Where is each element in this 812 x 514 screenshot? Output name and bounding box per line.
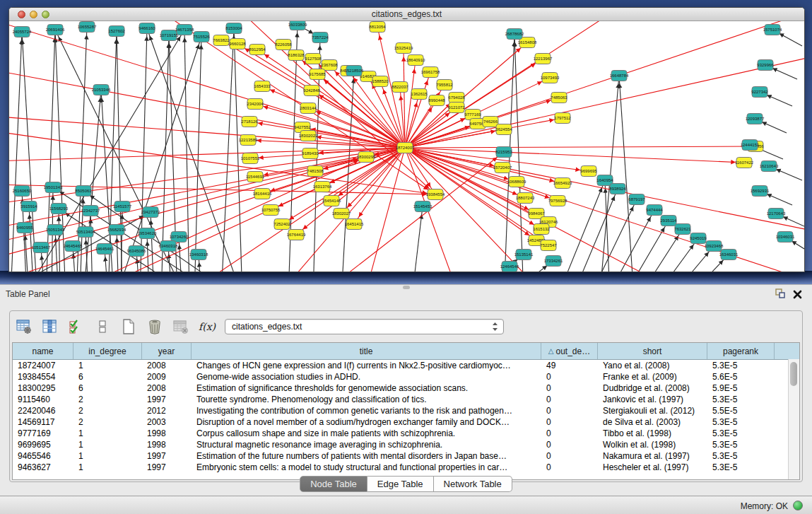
table-row[interactable]: 1456911722003Disruption of a novel membe… [13,416,799,428]
table-cell[interactable]: Genome-wide association studies in ADHD. [192,371,541,382]
column-header-out-de-[interactable]: △out_de… [541,343,598,359]
show-columns-button[interactable] [42,318,59,335]
float-window-icon[interactable] [775,288,785,301]
table-cell[interactable]: 19384554 [13,371,73,382]
table-cell[interactable]: 2008 [142,360,192,371]
table-cell[interactable]: 0 [541,394,598,405]
table-cell[interactable]: 18724007 [13,360,73,371]
table-row[interactable]: 977716911998Corpus callosum shape and si… [13,428,799,439]
table-cell[interactable]: 9115460 [13,394,73,405]
table-row[interactable]: 1830029562008Estimation of significance … [13,382,799,394]
table-cell[interactable]: 5.3E-5 [707,416,775,428]
table-cell[interactable]: 2003 [142,416,192,428]
table-cell[interactable]: 5.3E-5 [707,439,775,450]
table-row[interactable]: 946554611997Estimation of the future num… [13,450,799,462]
table-cell[interactable]: Estimation of the future numbers of pati… [192,450,541,462]
table-cell[interactable]: Tibbo et al. (1998) [598,428,707,439]
table-row[interactable]: 1938455462009Genome-wide association stu… [13,371,799,382]
new-column-button[interactable] [120,318,137,335]
table-cell[interactable]: 5.9E-5 [707,382,775,394]
table-cell[interactable]: 1998 [142,428,192,439]
vertical-scrollbar[interactable] [788,359,799,479]
table-cell[interactable]: Tourette syndrome. Phenomenology and cla… [192,394,541,405]
table-cell[interactable]: 2 [73,405,142,416]
table-cell[interactable]: 1997 [142,394,192,405]
table-row[interactable]: 1872400712008Changes of HCN gene express… [13,360,799,371]
table-cell[interactable]: 1997 [142,462,192,473]
table-cell[interactable]: 0 [541,371,598,382]
table-cell[interactable]: 2 [73,394,142,405]
table-cell[interactable]: Yano et al. (2008) [598,360,707,371]
table-cell[interactable]: Corpus callosum shape and size in male p… [192,428,541,439]
network-graph-canvas[interactable]: 1872400782260588186328912750823676089175… [9,21,804,272]
delete-column-button[interactable] [146,318,163,335]
tab-node-table[interactable]: Node Table [300,476,367,492]
table-cell[interactable]: 5.3E-5 [707,428,775,439]
row-mode-button[interactable] [94,318,111,335]
column-header-title[interactable]: title [192,343,541,359]
table-cell[interactable]: 1 [73,360,142,371]
selection-mode-button[interactable] [68,318,85,335]
table-cell[interactable]: 49 [541,360,598,371]
column-header-name[interactable]: name [13,343,73,359]
table-cell[interactable]: 1997 [142,450,192,462]
close-panel-icon[interactable] [793,289,802,302]
table-cell[interactable]: Hescheler et al. (1997) [598,462,707,473]
column-header-in-degree[interactable]: in_degree [73,343,142,359]
scrollbar-thumb[interactable] [790,362,797,386]
table-cell[interactable]: 0 [541,439,598,450]
table-cell[interactable]: 2008 [142,382,192,394]
table-cell[interactable]: 0 [541,382,598,394]
table-cell[interactable]: Nakamura et al. (1997) [598,450,707,462]
table-cell[interactable]: 9699695 [13,439,73,450]
table-cell[interactable]: Stergiakouli et al. (2012) [598,405,707,416]
table-cell[interactable]: Dudbridge et al. (2008) [598,382,707,394]
table-cell[interactable]: 2 [73,416,142,428]
table-cell[interactable]: Embryonic stem cells: a model to study s… [192,462,541,473]
table-cell[interactable]: 0 [541,416,598,428]
tab-network-table[interactable]: Network Table [434,476,512,492]
table-cell[interactable]: Franke et al. (2009) [598,371,707,382]
table-cell[interactable]: 2009 [142,371,192,382]
table-cell[interactable]: 1998 [142,439,192,450]
table-cell[interactable]: 0 [541,428,598,439]
table-cell[interactable]: 9777169 [13,428,73,439]
table-cell[interactable]: 5.3E-5 [707,462,775,473]
table-cell[interactable]: de Silva et al. (2003) [598,416,707,428]
table-row[interactable]: 911546021997Tourette syndrome. Phenomeno… [13,394,799,405]
table-row[interactable]: 946362711997Embryonic stem cells: a mode… [13,462,799,473]
table-cell[interactable]: 9465546 [13,450,73,462]
table-cell[interactable]: Structural magnetic resonance image aver… [192,439,541,450]
table-cell[interactable]: 0 [541,405,598,416]
table-cell[interactable]: Disruption of a novel member of a sodium… [192,416,541,428]
table-cell[interactable]: 5.6E-5 [707,371,775,382]
column-header-year[interactable]: year [142,343,192,359]
function-builder-button[interactable]: f(x) [199,318,216,335]
table-cell[interactable]: 5.3E-5 [707,360,775,371]
table-cell[interactable]: 14569117 [13,416,73,428]
table-source-select[interactable]: citations_edges.txt [225,319,504,334]
table-row[interactable]: 2242004622012Investigating the contribut… [13,405,799,416]
table-cell[interactable]: 18300295 [13,382,73,394]
table-cell[interactable]: 1 [73,462,142,473]
table-cell[interactable]: Jankovic et al. (1997) [598,394,707,405]
window-titlebar[interactable]: citations_edges.txt [9,8,804,21]
column-header-pagerank[interactable]: pagerank [707,343,775,359]
table-cell[interactable]: 1 [73,450,142,462]
table-cell[interactable]: 1 [73,439,142,450]
table-cell[interactable]: Estimation of significance thresholds fo… [192,382,541,394]
table-cell[interactable]: 0 [541,450,598,462]
table-cell[interactable]: 6 [73,382,142,394]
table-cell[interactable]: 2012 [142,405,192,416]
table-cell[interactable]: 5.3E-5 [707,450,775,462]
table-cell[interactable]: 5.3E-5 [707,394,775,405]
tab-edge-table[interactable]: Edge Table [367,476,434,492]
table-cell[interactable]: 22420046 [13,405,73,416]
table-cell[interactable]: Wolkin et al. (1998) [598,439,707,450]
table-options-button[interactable] [16,318,33,335]
table-cell[interactable]: 0 [541,462,598,473]
table-cell[interactable]: 6 [73,371,142,382]
delete-table-button[interactable] [172,318,189,335]
table-cell[interactable]: Investigating the contribution of common… [192,405,541,416]
table-cell[interactable]: 5.5E-5 [707,405,775,416]
